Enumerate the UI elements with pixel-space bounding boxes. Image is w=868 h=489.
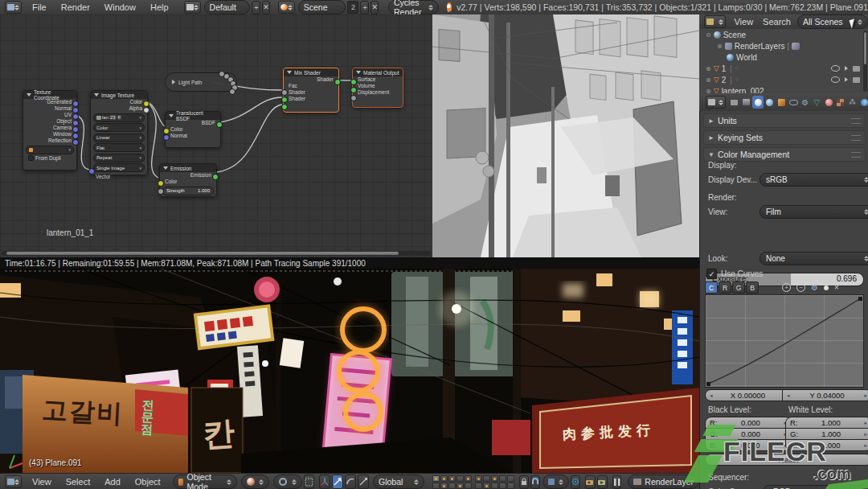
panel-grip[interactable] xyxy=(851,152,861,158)
render-opengl-button[interactable] xyxy=(585,475,596,489)
viewport-editor-selector[interactable] xyxy=(5,475,22,488)
channel-c-button[interactable]: C xyxy=(705,281,718,294)
scene-selector[interactable]: Scene xyxy=(298,0,346,14)
channel-b-button[interactable]: B xyxy=(746,281,759,294)
menu-render[interactable]: Render xyxy=(54,2,97,12)
render-tab-icon[interactable] xyxy=(729,96,740,109)
expand-icon[interactable]: ⊕ xyxy=(706,65,711,72)
menu-object[interactable]: Object xyxy=(128,477,168,487)
node-editor[interactable]: Texture Coordinate Generated Normal UV O… xyxy=(0,14,433,257)
screen-layout-icon-button[interactable] xyxy=(184,1,201,14)
rendered-viewport[interactable]: 고갈비 전문점 칸 肉参批发行 (43) Plane.091 xyxy=(0,269,699,473)
image-users-count[interactable]: 23 xyxy=(109,115,117,120)
collapse-icon[interactable] xyxy=(169,114,174,117)
output-socket[interactable] xyxy=(143,107,149,113)
object-field[interactable] xyxy=(26,146,74,154)
clipping-icon[interactable] xyxy=(824,286,829,290)
collapse-icon[interactable]: ⊖ xyxy=(706,31,711,39)
layer-buttons-left[interactable] xyxy=(432,475,472,489)
input-socket[interactable] xyxy=(158,188,164,195)
expand-icon[interactable]: ⊕ xyxy=(706,88,711,94)
input-socket[interactable] xyxy=(163,134,170,141)
look-selector[interactable]: None xyxy=(760,252,868,265)
menu-view[interactable]: View xyxy=(25,477,59,487)
mode-selector[interactable]: Object Mode xyxy=(173,475,237,489)
object-tab-icon[interactable] xyxy=(776,96,788,109)
render-camera-icon[interactable] xyxy=(853,66,860,72)
collapse-icon[interactable] xyxy=(163,166,168,170)
panel-color-management[interactable]: ▼Color Management xyxy=(703,147,866,162)
collapse-icon[interactable] xyxy=(356,71,361,74)
snap-element-selector[interactable] xyxy=(542,475,569,489)
output-socket[interactable] xyxy=(72,120,79,126)
viewport-shading-selector[interactable] xyxy=(241,475,270,489)
projection-option[interactable]: Flat xyxy=(93,143,145,152)
input-socket[interactable] xyxy=(163,128,170,134)
visibility-eye-icon[interactable] xyxy=(831,76,840,83)
input-socket[interactable] xyxy=(158,180,164,187)
scale-manipulator-button[interactable] xyxy=(358,475,369,489)
black-g-field[interactable]: G:0.000▸ xyxy=(705,428,792,440)
proportional-edit-icon[interactable] xyxy=(571,475,580,489)
input-socket[interactable] xyxy=(350,87,357,93)
render-engine-selector[interactable]: Cycles Render xyxy=(388,0,439,14)
pause-render-toggle[interactable] xyxy=(612,475,622,489)
view-transform-selector[interactable]: Film xyxy=(760,205,868,219)
input-socket[interactable] xyxy=(88,168,95,175)
input-socket[interactable] xyxy=(281,89,288,96)
source-option[interactable]: Single Image xyxy=(93,163,145,172)
panel-units[interactable]: ►Units xyxy=(703,113,866,128)
panel-grip[interactable] xyxy=(851,135,861,141)
expand-icon[interactable]: ⊕ xyxy=(706,76,711,84)
sequencer-color-space-selector[interactable]: sRGB xyxy=(763,485,868,489)
curve-editor[interactable] xyxy=(705,294,864,388)
menu-help[interactable]: Help xyxy=(143,2,176,12)
node-emission[interactable]: Emission Emission Color Strength 1.000 xyxy=(159,163,217,197)
input-socket[interactable] xyxy=(281,97,288,103)
channel-g-button[interactable]: G xyxy=(732,281,745,294)
modifiers-tab-icon[interactable]: ⚙ xyxy=(800,96,811,109)
reset-button[interactable]: Reset xyxy=(705,454,868,466)
zoom-in-icon[interactable]: + xyxy=(782,283,791,292)
interpolation-option[interactable]: Linear xyxy=(93,134,145,142)
use-curves-checkbox[interactable]: ✓ xyxy=(706,269,717,279)
outliner-row-object-2[interactable]: ⊕ ▽ 2 |⁘ xyxy=(699,74,868,85)
output-socket[interactable] xyxy=(72,113,79,120)
display-device-selector[interactable]: sRGB xyxy=(760,173,868,187)
editor-type-selector[interactable] xyxy=(5,1,22,14)
output-socket[interactable] xyxy=(72,139,79,146)
panel-keying-sets[interactable]: ►Keying Sets xyxy=(703,130,866,145)
input-socket[interactable] xyxy=(350,95,357,101)
object-data-tab-icon[interactable]: ▽ xyxy=(812,96,823,109)
node-translucent-bsdf[interactable]: Translucent BSDF BSDF Color Normal xyxy=(165,111,221,148)
node-texture-coordinate[interactable]: Texture Coordinate Generated Normal UV O… xyxy=(23,90,77,171)
color-space-option[interactable]: Color xyxy=(93,123,145,132)
outliner-row-object-3[interactable]: ⊕ ▽ lantern_002 xyxy=(699,85,868,93)
expand-icon[interactable] xyxy=(172,80,175,84)
use-curves-row[interactable]: ✓ Use Curves xyxy=(706,269,763,279)
lock-to-scene-icon[interactable] xyxy=(519,475,529,489)
node-editor-hscrollbar[interactable] xyxy=(2,251,431,256)
output-socket[interactable] xyxy=(72,126,79,133)
curve-tools-icon[interactable]: ⚙ xyxy=(811,283,818,292)
render-layer-selector[interactable]: RenderLayer xyxy=(628,475,699,489)
selectability-arrow-icon[interactable] xyxy=(845,77,848,82)
menu-add[interactable]: Add xyxy=(97,477,128,487)
layer-buttons-right[interactable] xyxy=(475,475,514,489)
pivot-align-toggle[interactable] xyxy=(304,475,314,489)
screen-layout-selector[interactable]: Default xyxy=(204,0,251,14)
translate-manipulator-button[interactable] xyxy=(332,475,343,489)
output-socket[interactable] xyxy=(334,79,341,85)
image-datablock-field[interactable]: lan 23 F xyxy=(93,113,145,122)
strength-field[interactable]: Strength 1.000 xyxy=(162,187,214,195)
constraints-tab-icon[interactable] xyxy=(788,96,799,109)
pivot-point-selector[interactable] xyxy=(273,475,302,489)
fake-user-button[interactable]: F xyxy=(117,115,122,120)
delete-layout-button[interactable]: ✕ xyxy=(262,1,270,14)
input-socket[interactable] xyxy=(281,104,288,110)
outliner-menu-search[interactable]: Search xyxy=(758,17,796,27)
render-layers-tab-icon[interactable] xyxy=(741,96,752,109)
outliner-row-scene[interactable]: ⊖ Scene xyxy=(699,29,868,40)
curve-y-field[interactable]: ◂Y 0.04000▸ xyxy=(782,389,868,401)
physics-tab-icon[interactable] xyxy=(858,96,868,109)
